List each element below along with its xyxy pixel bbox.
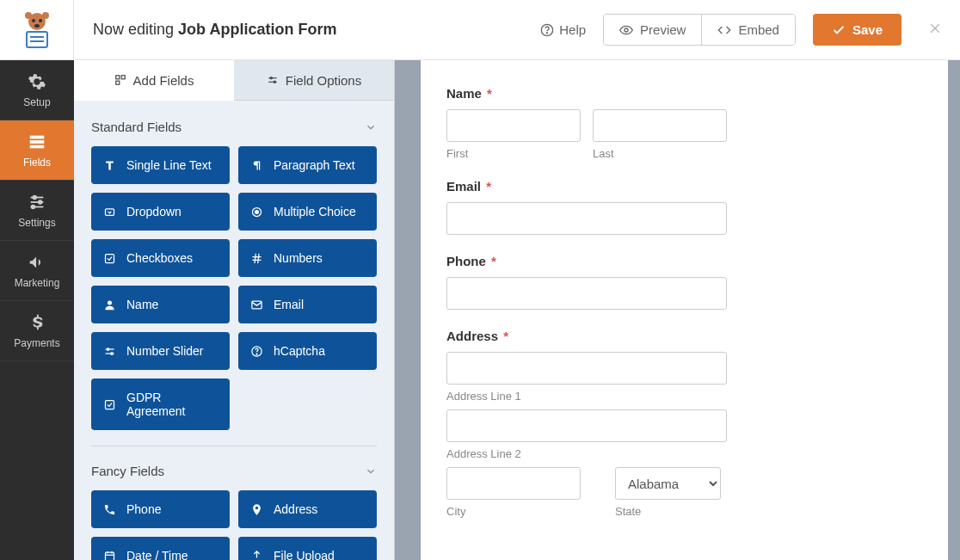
envelope-icon <box>250 298 263 311</box>
grid-icon <box>114 74 126 86</box>
gear-icon <box>28 72 46 91</box>
pin-icon <box>250 503 263 516</box>
svg-point-2 <box>42 12 49 19</box>
field-gdpr-agreement[interactable]: GDPR Agreement <box>91 378 230 430</box>
megaphone-icon <box>28 253 46 272</box>
state-select[interactable]: Alabama <box>615 467 721 500</box>
svg-rect-45 <box>106 552 114 560</box>
dollar-icon <box>28 313 46 332</box>
svg-rect-13 <box>30 140 45 144</box>
main: Setup Fields Settings Marketing Payments… <box>0 60 960 560</box>
field-number-slider[interactable]: Number Slider <box>91 332 230 370</box>
right-edge <box>948 60 960 560</box>
phone-input[interactable] <box>446 277 727 310</box>
field-numbers[interactable]: Numbers <box>238 239 377 277</box>
svg-rect-22 <box>121 76 125 79</box>
preview-field-email[interactable]: Email * <box>446 179 960 235</box>
calendar-icon <box>103 550 116 561</box>
state-sub: State <box>615 505 721 518</box>
page-title: Now editing Job Application Form <box>93 21 336 39</box>
save-button[interactable]: Save <box>813 14 902 46</box>
svg-point-20 <box>32 205 35 208</box>
svg-point-39 <box>107 348 109 350</box>
preview-button[interactable]: Preview <box>604 15 701 45</box>
field-single-line-text[interactable]: Single Line Text <box>91 146 230 184</box>
address-line2-input[interactable] <box>446 409 727 442</box>
address-line1-sub: Address Line 1 <box>446 390 960 403</box>
group-standard-header[interactable]: Standard Fields <box>91 109 377 146</box>
field-address[interactable]: Address <box>238 490 377 528</box>
preview-field-address[interactable]: Address * Address Line 1 Address Line 2 … <box>446 329 960 518</box>
svg-point-10 <box>547 32 548 33</box>
divider <box>91 446 377 446</box>
code-icon <box>717 23 731 37</box>
chevron-down-icon <box>365 121 377 133</box>
svg-line-35 <box>258 253 259 262</box>
help-link[interactable]: Help <box>540 22 586 37</box>
first-name-input[interactable] <box>446 109 581 142</box>
svg-rect-31 <box>106 254 114 262</box>
fields-sidebar: Add Fields Field Options Standard Fields… <box>74 60 395 560</box>
address-line1-input[interactable] <box>446 352 727 385</box>
close-button[interactable] <box>927 21 943 40</box>
address-line2-sub: Address Line 2 <box>446 447 960 460</box>
svg-point-36 <box>108 300 112 305</box>
svg-rect-23 <box>115 81 119 84</box>
sliders-icon <box>28 193 46 212</box>
preview-field-phone[interactable]: Phone * <box>446 254 960 310</box>
field-date-time[interactable]: Date / Time <box>91 537 230 560</box>
field-checkboxes[interactable]: Checkboxes <box>91 239 230 277</box>
svg-point-41 <box>111 352 114 354</box>
field-multiple-choice[interactable]: Multiple Choice <box>238 193 377 231</box>
svg-rect-6 <box>27 32 47 47</box>
svg-rect-12 <box>30 135 45 138</box>
checkbox-icon <box>103 252 116 265</box>
dropdown-icon <box>103 206 116 218</box>
preview-field-name[interactable]: Name * First Last <box>446 86 960 160</box>
svg-point-43 <box>256 354 257 354</box>
group-fancy-header[interactable]: Fancy Fields <box>91 453 377 490</box>
svg-point-5 <box>34 24 40 28</box>
nav-marketing[interactable]: Marketing <box>0 241 74 301</box>
field-email[interactable]: Email <box>238 286 377 323</box>
check-icon <box>832 23 846 37</box>
field-dropdown[interactable]: Dropdown <box>91 193 230 231</box>
last-sub-label: Last <box>593 147 727 160</box>
field-phone[interactable]: Phone <box>91 490 230 528</box>
brand-icon <box>16 9 58 51</box>
nav-setup[interactable]: Setup <box>0 60 74 120</box>
nav-settings[interactable]: Settings <box>0 181 74 241</box>
field-file-upload[interactable]: File Upload <box>238 537 377 560</box>
last-name-input[interactable] <box>593 109 727 142</box>
city-sub: City <box>446 505 581 518</box>
gap-column <box>395 60 421 560</box>
svg-point-1 <box>25 12 32 19</box>
radio-icon <box>250 206 263 218</box>
svg-point-30 <box>255 210 259 213</box>
logo <box>0 0 74 60</box>
field-name[interactable]: Name <box>91 286 230 323</box>
standard-fields-grid: Single Line Text Paragraph Text Dropdown… <box>91 146 377 430</box>
button-group: Preview Embed <box>603 14 796 46</box>
first-sub-label: First <box>446 147 581 160</box>
city-input[interactable] <box>446 467 581 500</box>
checkbox-icon <box>103 398 116 411</box>
sliders-icon <box>267 74 279 86</box>
svg-rect-21 <box>115 76 119 79</box>
svg-point-3 <box>32 19 35 22</box>
text-icon <box>103 159 116 172</box>
embed-button[interactable]: Embed <box>701 15 795 45</box>
email-input[interactable] <box>446 202 727 235</box>
field-paragraph-text[interactable]: Paragraph Text <box>238 146 377 184</box>
nav-fields[interactable]: Fields <box>0 120 74 181</box>
top-bar: Now editing Job Application Form Help Pr… <box>0 0 960 60</box>
tab-field-options[interactable]: Field Options <box>234 60 394 101</box>
svg-rect-14 <box>30 145 45 148</box>
nav-payments[interactable]: Payments <box>0 301 74 361</box>
field-hcaptcha[interactable]: hCaptcha <box>238 332 377 370</box>
svg-rect-44 <box>106 400 114 409</box>
tab-add-fields[interactable]: Add Fields <box>74 60 234 101</box>
sliders2-icon <box>103 345 116 358</box>
chevron-down-icon <box>365 465 377 477</box>
form-icon <box>28 132 46 151</box>
